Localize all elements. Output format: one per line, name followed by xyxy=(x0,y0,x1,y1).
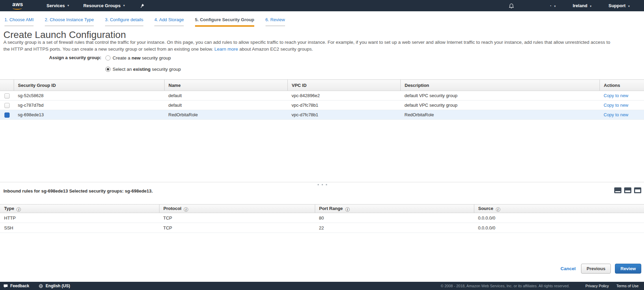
chevron-down-icon xyxy=(589,5,592,8)
chevron-down-icon xyxy=(554,5,556,8)
wizard-action-bar: Cancel Previous Review xyxy=(561,264,641,274)
nav-account-menu[interactable]: · xyxy=(550,3,556,8)
radio-button-selected[interactable] xyxy=(105,67,111,72)
table-row-sg-698ede13[interactable]: sg-698ede13 RedOrbitaRole vpc-d7fc78b1 R… xyxy=(0,110,644,120)
cancel-button[interactable]: Cancel xyxy=(561,266,576,271)
chevron-down-icon xyxy=(67,4,70,7)
tab-choose-instance-type[interactable]: 2. Choose Instance Type xyxy=(45,17,94,26)
security-groups-header-row: Security Group ID Name VPC ID Descriptio… xyxy=(0,80,644,91)
layout-large-pane-icon[interactable] xyxy=(634,187,641,193)
tab-review[interactable]: 6. Review xyxy=(266,17,285,26)
nav-resource-groups-menu[interactable]: Resource Groups xyxy=(83,3,125,8)
assign-security-group-label: Assign a security group: xyxy=(0,55,101,60)
aws-smile-icon xyxy=(13,7,22,10)
row-checkbox-checked[interactable] xyxy=(4,113,10,118)
header-actions: Actions xyxy=(600,80,644,91)
radio-button-unselected[interactable] xyxy=(105,55,111,61)
wizard-tab-bar: 1. Choose AMI 2. Choose Instance Type 3.… xyxy=(0,11,644,26)
terms-of-use-link[interactable]: Terms of Use xyxy=(616,284,639,288)
copy-to-new-link[interactable]: Copy to new xyxy=(604,112,628,117)
inbound-rule-row-ssh: SSH TCP 22 0.0.0.0/0 xyxy=(0,223,644,233)
inbound-rules-title: Inbound rules for sg-698ede13 Selected s… xyxy=(3,188,153,194)
inbound-rules-table: Type Protocol Port Range Source HTTP TCP… xyxy=(0,204,644,233)
radio-create-new-security-group[interactable]: Create a new security group xyxy=(105,54,181,61)
header-security-group-id: Security Group ID xyxy=(14,80,164,91)
language-selector[interactable]: English (US) xyxy=(39,284,70,288)
radio-select-existing-security-group[interactable]: Select an existing security group xyxy=(105,66,181,72)
info-icon[interactable] xyxy=(184,207,188,212)
row-checkbox[interactable] xyxy=(4,103,10,108)
header-description: Description xyxy=(400,80,600,91)
chevron-down-icon xyxy=(123,4,126,7)
tab-configure-details[interactable]: 3. Configure details xyxy=(105,17,143,26)
privacy-policy-link[interactable]: Privacy Policy xyxy=(585,284,609,288)
chevron-down-icon xyxy=(628,5,630,8)
copyright-text: © 2008 - 2018, Amazon Web Services, Inc.… xyxy=(441,284,570,288)
copy-to-new-link[interactable]: Copy to new xyxy=(604,103,628,108)
aws-logo-text: aws xyxy=(12,2,26,7)
copy-to-new-link[interactable]: Copy to new xyxy=(604,93,628,98)
page-description: A security group is a set of firewall ru… xyxy=(3,39,644,53)
previous-button[interactable]: Previous xyxy=(581,264,611,274)
description-line-2: the HTTP and HTTPS ports. You can create… xyxy=(3,46,644,53)
pane-divider-line xyxy=(0,182,644,182)
header-name: Name xyxy=(164,80,287,91)
info-icon[interactable] xyxy=(345,207,350,212)
info-icon[interactable] xyxy=(16,207,21,212)
layout-medium-pane-icon[interactable] xyxy=(624,187,631,193)
info-icon[interactable] xyxy=(496,207,500,212)
pin-icon[interactable] xyxy=(140,3,144,8)
header-port-range: Port Range xyxy=(315,205,474,213)
table-row-sg-c787d7bd[interactable]: sg-c787d7bd default vpc-d7fc78b1 default… xyxy=(0,101,644,110)
aws-logo[interactable]: aws xyxy=(12,2,26,10)
pane-resize-handle[interactable] xyxy=(318,184,327,185)
description-line-1: A security group is a set of firewall ru… xyxy=(3,39,644,46)
speech-bubble-icon xyxy=(3,284,8,288)
review-button[interactable]: Review xyxy=(615,264,641,274)
header-protocol: Protocol xyxy=(159,205,315,213)
learn-more-link[interactable]: Learn more xyxy=(215,47,238,52)
header-vpc-id: VPC ID xyxy=(287,80,400,91)
header-checkbox-column xyxy=(0,80,14,91)
pane-layout-toggles xyxy=(611,187,641,193)
tab-configure-security-group[interactable]: 5. Configure Security Group xyxy=(195,17,254,27)
row-checkbox[interactable] xyxy=(4,93,10,98)
nav-support-menu[interactable]: Support xyxy=(608,3,630,8)
footer-bar: Feedback English (US) © 2008 - 2018, Ama… xyxy=(0,282,644,290)
security-groups-table: Security Group ID Name VPC ID Descriptio… xyxy=(0,79,644,120)
header-type: Type xyxy=(0,205,159,213)
assign-security-group-options: Create a new security group Select an ex… xyxy=(105,54,181,77)
layout-small-pane-icon[interactable] xyxy=(614,187,621,193)
inbound-rule-row-http: HTTP TCP 80 0.0.0.0/0 xyxy=(0,213,644,223)
inbound-rules-header-row: Type Protocol Port Range Source xyxy=(0,205,644,213)
tab-choose-ami[interactable]: 1. Choose AMI xyxy=(4,17,34,26)
feedback-button[interactable]: Feedback xyxy=(3,284,29,288)
table-row-sg-52c58628[interactable]: sg-52c58628 default vpc-842896e2 default… xyxy=(0,91,644,101)
header-source: Source xyxy=(474,205,644,213)
notifications-bell-icon[interactable] xyxy=(509,3,514,9)
top-nav-bar: aws Services Resource Groups · Ireland S… xyxy=(0,0,644,11)
nav-region-menu[interactable]: Ireland xyxy=(573,3,592,8)
nav-services-menu[interactable]: Services xyxy=(47,3,69,8)
globe-icon xyxy=(39,284,43,288)
tab-add-storage[interactable]: 4. Add Storage xyxy=(154,17,184,26)
